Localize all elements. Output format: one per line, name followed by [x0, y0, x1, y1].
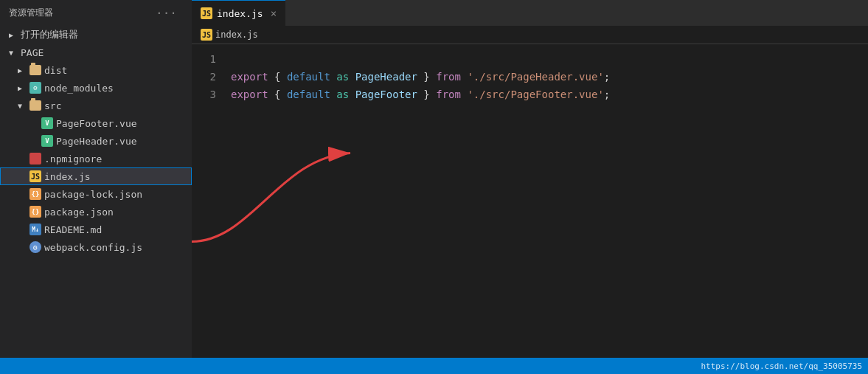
sidebar-item-src[interactable]: ▼ src [0, 97, 192, 114]
sidebar-item-label: dist [44, 65, 67, 76]
code-line-3: export { default as PageFooter } from '.… [231, 86, 868, 103]
breadcrumb-filename: index.js [215, 30, 258, 40]
node-modules-icon: ⚙ [29, 82, 41, 94]
sidebar-item-dist[interactable]: ▶ dist [0, 61, 192, 79]
sidebar-item-npmignore[interactable]: ▶ .npmignore [0, 150, 192, 167]
string-path: './src/PageFooter.vue' [467, 86, 603, 103]
sidebar-item-label: READEME.md [44, 224, 102, 235]
npmignore-icon [29, 153, 41, 165]
open-editors-section[interactable]: ▶ 打开的编辑器 [0, 26, 192, 44]
punct [349, 86, 355, 103]
tab-index-js[interactable]: JS index.js × [192, 0, 285, 26]
line-numbers: 1 2 3 [192, 50, 225, 358]
keyword-as: as [336, 68, 349, 86]
vue-icon: V [41, 135, 53, 147]
punct: { [268, 68, 287, 86]
line-num-3: 3 [192, 86, 216, 103]
main-area: ▶ 打开的编辑器 ▼ PAGE ▶ dist ▶ ⚙ node_modules … [0, 26, 868, 358]
page-root-section[interactable]: ▼ PAGE [0, 44, 192, 61]
keyword-default: default [287, 86, 330, 103]
chevron-right-icon: ▶ [18, 84, 27, 92]
editor-panel: JS index.js 1 2 3 export { default as [192, 26, 868, 358]
keyword-export: export [231, 68, 268, 86]
footer-url: https://blog.csdn.net/qq_35005735 [701, 361, 862, 371]
punct: { [268, 86, 287, 103]
open-editors-label: 打开的编辑器 [21, 28, 78, 41]
code-line-1 [231, 50, 868, 68]
sidebar-item-package-lock[interactable]: ▶ {} package-lock.json [0, 185, 192, 203]
webpack-icon: ⚙ [29, 241, 41, 253]
sidebar: ▶ 打开的编辑器 ▼ PAGE ▶ dist ▶ ⚙ node_modules … [0, 26, 192, 358]
js-icon: JS [29, 170, 41, 182]
tab-label: index.js [217, 8, 263, 19]
punct: } [417, 86, 436, 103]
chevron-down-icon: ▼ [18, 102, 27, 110]
punct: } [417, 68, 436, 86]
line-num-2: 2 [192, 68, 216, 86]
breadcrumb-js-icon: JS [201, 29, 212, 41]
js-file-icon: JS [201, 7, 212, 19]
json-icon: {} [29, 188, 41, 200]
sidebar-item-node-modules[interactable]: ▶ ⚙ node_modules [0, 79, 192, 97]
keyword-export: export [231, 86, 268, 103]
punct [461, 68, 467, 86]
title-bar: 资源管理器 ··· JS index.js × [0, 0, 868, 26]
chevron-right-icon: ▶ [9, 31, 18, 39]
sidebar-item-label: PageFooter.vue [56, 118, 137, 129]
folder-open-icon [29, 100, 41, 111]
tab-bar: JS index.js × [192, 0, 868, 26]
sidebar-item-label: src [44, 100, 61, 111]
footer-bar: https://blog.csdn.net/qq_35005735 [0, 358, 868, 374]
keyword-from: from [436, 68, 461, 86]
line-num-1: 1 [192, 50, 216, 68]
json-icon: {} [29, 206, 41, 218]
breadcrumb-bar: JS index.js [192, 26, 868, 44]
sidebar-item-label: node_modules [44, 83, 114, 94]
identifier-pageheader: PageHeader [355, 68, 417, 86]
punct [349, 68, 355, 86]
punct [461, 86, 467, 103]
vue-icon: V [41, 117, 53, 129]
keyword-default: default [287, 68, 330, 86]
punct [330, 68, 336, 86]
code-line-2: export { default as PageHeader } from '.… [231, 68, 868, 86]
sidebar-item-index-js[interactable]: ▶ JS index.js [0, 167, 192, 185]
more-options-button[interactable]: ··· [150, 3, 183, 23]
string-path: './src/PageHeader.vue' [467, 68, 603, 86]
sidebar-item-label: package-lock.json [44, 189, 142, 200]
explorer-title: 资源管理器 ··· [0, 3, 192, 23]
page-root-label: PAGE [21, 47, 44, 58]
sidebar-item-label: .npmignore [44, 153, 102, 165]
md-icon: M↓ [29, 224, 41, 235]
folder-icon [29, 65, 41, 75]
tab-close-button[interactable]: × [271, 7, 277, 19]
semicolon: ; [604, 86, 610, 103]
editor-content[interactable]: 1 2 3 export { default as PageHeader } [192, 44, 868, 358]
semicolon: ; [604, 68, 610, 86]
sidebar-item-label: webpack.config.js [44, 242, 142, 253]
chevron-right-icon: ▶ [18, 66, 27, 75]
explorer-label: 资源管理器 [9, 7, 53, 19]
code-editor[interactable]: export { default as PageHeader } from '.… [225, 50, 868, 358]
keyword-as: as [336, 86, 349, 103]
chevron-down-icon: ▼ [9, 49, 18, 57]
sidebar-item-readme[interactable]: ▶ M↓ READEME.md [0, 221, 192, 238]
sidebar-item-label: package.json [44, 207, 114, 218]
identifier-pagefooter: PageFooter [355, 86, 417, 103]
sidebar-item-pageheader[interactable]: ▶ V PageHeader.vue [0, 132, 192, 150]
sidebar-item-label: PageHeader.vue [56, 136, 137, 147]
sidebar-item-webpack[interactable]: ▶ ⚙ webpack.config.js [0, 238, 192, 256]
sidebar-item-pagefooter[interactable]: ▶ V PageFooter.vue [0, 114, 192, 132]
sidebar-item-label: index.js [44, 171, 91, 182]
sidebar-item-package-json[interactable]: ▶ {} package.json [0, 203, 192, 221]
keyword-from: from [436, 86, 461, 103]
punct [330, 86, 336, 103]
